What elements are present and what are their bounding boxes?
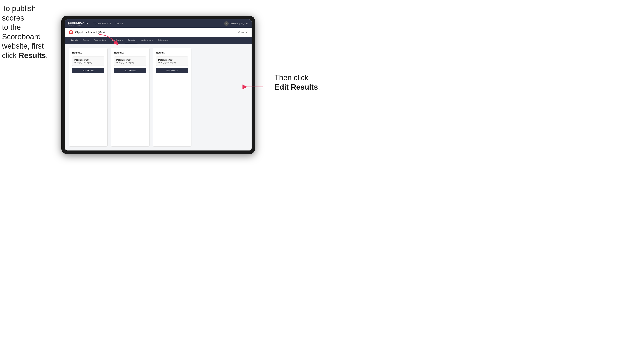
round-3-course-details: Gold (M) (7010 yds)	[158, 61, 186, 64]
round-1-edit-results-button[interactable]: Edit Results	[72, 68, 104, 73]
tablet-device: SCOREBOARD Powered by clippd TOURNAMENTS…	[61, 16, 255, 154]
round-3-edit-results-button[interactable]: Edit Results	[156, 68, 188, 73]
tablet-screen: SCOREBOARD Powered by clippd TOURNAMENTS…	[65, 19, 252, 151]
tab-results[interactable]: Results	[126, 37, 138, 44]
instruction-results-bold: Results	[18, 51, 46, 60]
user-avatar: T	[224, 21, 229, 26]
tournament-name: Clippd Invitational (Mini)	[75, 31, 105, 34]
results-area: Round 1 Peachtree GC Gold (M) (7010 yds)…	[65, 44, 252, 151]
round-3-course-card: Peachtree GC Gold (M) (7010 yds)	[156, 56, 188, 66]
round-3-course-name: Peachtree GC	[158, 59, 186, 61]
round-3-title: Round 3	[156, 51, 188, 54]
nav-tournaments[interactable]: TOURNAMENTS	[93, 22, 111, 25]
round-1-title: Round 1	[72, 51, 104, 54]
instruction-line3: website, first	[2, 42, 44, 50]
round-1-course-details: Gold (M) (7010 yds)	[74, 61, 102, 64]
instruction-line2: to the Scoreboard	[2, 23, 41, 41]
round-2-course-card: Peachtree GC Gold (M) (7010 yds)	[114, 56, 146, 66]
tab-bar: Details Teams Course Setup Tee Groups Re…	[65, 37, 252, 44]
round-2-course-details: Gold (M) (7010 yds)	[116, 61, 144, 64]
tournament-title-row: C Clippd Invitational (Mini)	[69, 30, 105, 34]
instruction-line4-suffix: .	[46, 51, 48, 60]
tab-tee-groups[interactable]: Tee Groups	[110, 37, 126, 44]
logo-subtitle: Powered by clippd	[68, 24, 88, 26]
logo-title: SCOREBOARD	[68, 21, 88, 24]
instruction-line4-prefix: click	[2, 51, 18, 60]
instruction-right-suffix: .	[318, 83, 320, 91]
instruction-left: To publish scores to the Scoreboard webs…	[2, 4, 57, 60]
tab-course-setup[interactable]: Course Setup	[92, 37, 110, 44]
round-2-edit-results-button[interactable]: Edit Results	[114, 68, 146, 73]
round-1-card: Round 1 Peachtree GC Gold (M) (7010 yds)…	[69, 48, 108, 147]
tab-teams[interactable]: Teams	[80, 37, 92, 44]
instruction-line1: To publish scores	[2, 4, 36, 22]
round-3-card: Round 3 Peachtree GC Gold (M) (7010 yds)…	[153, 48, 192, 147]
instruction-edit-results-bold: Edit Results	[274, 83, 318, 91]
tab-leaderboards[interactable]: Leaderboards	[138, 37, 156, 44]
nav-right: T Test User | Sign out	[224, 21, 248, 26]
user-name: Test User |	[230, 22, 240, 25]
tab-printables[interactable]: Printables	[156, 37, 170, 44]
instruction-right-line1: Then click	[274, 73, 308, 82]
tournament-header: C Clippd Invitational (Mini) Cancel ✕	[65, 28, 252, 37]
round-2-card: Round 2 Peachtree GC Gold (M) (7010 yds)…	[111, 48, 150, 147]
instruction-right: Then click Edit Results.	[274, 73, 320, 92]
scoreboard-logo: SCOREBOARD Powered by clippd	[68, 21, 88, 26]
tournament-icon: C	[69, 30, 73, 34]
navbar: SCOREBOARD Powered by clippd TOURNAMENTS…	[65, 19, 252, 28]
nav-links: TOURNAMENTS TEAMS	[93, 22, 224, 25]
page-content: C Clippd Invitational (Mini) Cancel ✕ De…	[65, 28, 252, 151]
cancel-button[interactable]: Cancel ✕	[238, 31, 248, 33]
close-icon: ✕	[246, 31, 248, 33]
nav-teams[interactable]: TEAMS	[115, 22, 123, 25]
sign-out-link[interactable]: Sign out	[241, 22, 248, 25]
round-2-title: Round 2	[114, 51, 146, 54]
round-1-course-card: Peachtree GC Gold (M) (7010 yds)	[72, 56, 104, 66]
round-1-course-name: Peachtree GC	[74, 59, 102, 61]
tab-details[interactable]: Details	[69, 37, 80, 44]
round-2-course-name: Peachtree GC	[116, 59, 144, 61]
